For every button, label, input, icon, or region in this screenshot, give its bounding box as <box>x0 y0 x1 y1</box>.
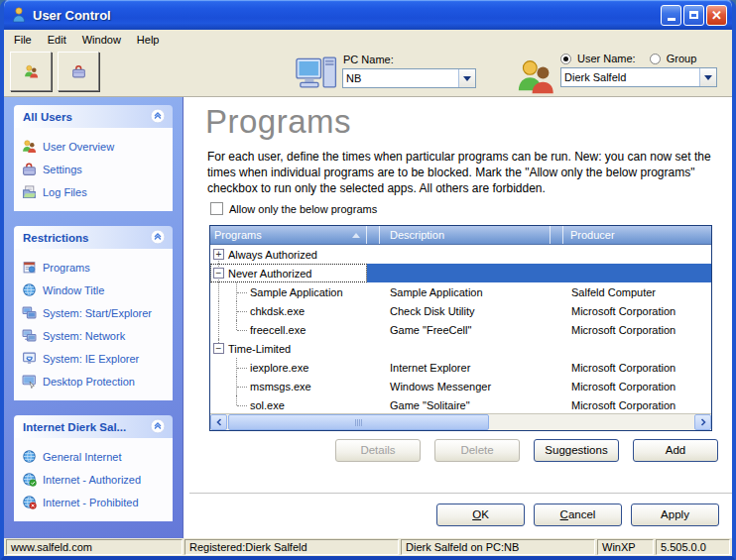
details-button[interactable]: Details <box>335 439 421 462</box>
menu-item-help[interactable]: Help <box>129 32 168 48</box>
sidebar-item-desktop-protection[interactable]: Desktop Protection <box>20 370 173 392</box>
scrollbar-track[interactable] <box>227 414 694 430</box>
table-row-sol-exe[interactable]: sol.exeGame "Solitaire"Microsoft Corpora… <box>210 395 711 413</box>
cell-producer <box>564 339 711 358</box>
page-title: Programs <box>205 103 351 141</box>
chevron-up-icon[interactable] <box>150 229 166 247</box>
globe-check-icon <box>22 472 37 487</box>
table-row-iexplore-exe[interactable]: iexplore.exeInternet ExplorerMicrosoft C… <box>210 358 711 377</box>
table-row-freecell-exe[interactable]: freecell.exeGame "FreeCell"Microsoft Cor… <box>210 320 711 339</box>
system-icon <box>22 305 37 320</box>
group-radio[interactable] <box>650 54 661 64</box>
maximize-button[interactable] <box>683 5 704 26</box>
sidebar-section-header-all-users[interactable]: All Users <box>14 105 173 128</box>
menu-item-window[interactable]: Window <box>74 32 129 48</box>
user-name-radio[interactable] <box>560 54 571 64</box>
section-title: Internet Dierk Sal... <box>23 421 126 433</box>
app-window: User Control ✕ FileEditWindowHelp <box>0 0 736 560</box>
settings-toolbar-button[interactable] <box>58 52 99 91</box>
sidebar-item-internet-prohibited[interactable]: Internet - Prohibited <box>20 491 173 513</box>
column-header-description[interactable]: Description <box>380 226 551 244</box>
sidebar-item-window-title[interactable]: Window Title <box>20 279 173 301</box>
apply-button[interactable]: Apply <box>631 504 719 526</box>
log-files-icon <box>22 184 37 199</box>
pc-name-select[interactable]: NB <box>342 68 476 88</box>
cell-spacer <box>367 320 380 339</box>
sidebar-section-body: ProgramsWindow TitleSystem: Start/Explor… <box>14 249 173 400</box>
sidebar-item-internet-authorized[interactable]: Internet - Authorized <box>20 468 173 491</box>
chevron-down-icon[interactable] <box>699 68 716 86</box>
sidebar-item-label: Programs <box>43 262 90 274</box>
status-cell-4: WinXP <box>597 539 654 555</box>
horizontal-scrollbar[interactable] <box>210 413 711 430</box>
cell-spacer <box>367 339 380 358</box>
scroll-left-icon[interactable] <box>210 414 227 430</box>
sidebar-item-user-overview[interactable]: User Overview <box>20 135 173 158</box>
table-row-always-authorized[interactable]: +Always Authorized <box>210 245 711 264</box>
sidebar-item-label: Internet - Prohibited <box>43 497 139 508</box>
close-button[interactable]: ✕ <box>706 5 727 26</box>
computer-icon <box>295 52 338 93</box>
users-icon <box>22 139 37 154</box>
menu-item-file[interactable]: File <box>6 32 40 48</box>
cancel-button[interactable]: Cancel <box>534 504 622 526</box>
table-row-sample-application[interactable]: Sample ApplicationSample ApplicationSalf… <box>210 282 711 301</box>
menu-item-edit[interactable]: Edit <box>40 32 74 48</box>
window-title: User Control <box>33 8 661 23</box>
cell-producer: Microsoft Corporation <box>564 395 711 413</box>
cell-program: sol.exe <box>210 395 367 413</box>
sidebar-section-header-internet-dierk-sal[interactable]: Internet Dierk Sal... <box>14 415 173 438</box>
sidebar-item-system-ie-explorer[interactable]: System: IE Explorer <box>20 347 173 370</box>
cell-spacer <box>367 245 380 264</box>
sidebar-section-header-restrictions[interactable]: Restrictions <box>14 226 173 249</box>
app-icon <box>10 6 28 24</box>
title-bar[interactable]: User Control ✕ <box>4 0 732 30</box>
chevron-up-icon[interactable] <box>150 108 166 126</box>
chevron-up-icon[interactable] <box>150 418 166 436</box>
column-header-programs[interactable]: Programs <box>210 226 367 244</box>
table-row-never-authorized[interactable]: −Never Authorized <box>210 264 711 282</box>
sidebar-item-label: General Internet <box>43 451 122 463</box>
sidebar-item-system-start-explorer[interactable]: System: Start/Explorer <box>20 301 173 324</box>
delete-button[interactable]: Delete <box>434 439 520 462</box>
programs-table: Programs Description Producer +Always Au… <box>209 225 712 431</box>
sidebar-item-label: Internet - Authorized <box>43 474 141 486</box>
sidebar-item-settings[interactable]: Settings <box>20 158 173 180</box>
sidebar-item-programs[interactable]: Programs <box>20 256 173 279</box>
globe-icon <box>22 449 37 464</box>
scroll-right-icon[interactable] <box>694 414 711 430</box>
program-name: Sample Application <box>210 286 343 298</box>
tree-line <box>236 320 248 339</box>
ok-button[interactable]: OK <box>436 504 525 526</box>
suggestions-button[interactable]: Suggestions <box>534 439 619 462</box>
sidebar-item-system-network[interactable]: System: Network <box>20 324 173 347</box>
users-toolbar-button[interactable] <box>10 52 52 91</box>
sidebar: All UsersUser OverviewSettingsLog FilesR… <box>4 97 184 538</box>
cell-producer: Microsoft Corporation <box>564 301 711 320</box>
table-row-time-limited[interactable]: −Time-Limited <box>210 339 711 358</box>
status-bar: www.salfeld.comRegistered:Dierk SalfeldD… <box>4 538 732 556</box>
sidebar-item-log-files[interactable]: Log Files <box>20 180 173 203</box>
status-cell-2: Registered:Dierk Salfeld <box>184 539 399 555</box>
group-label: Never Authorized <box>210 268 311 280</box>
scrollbar-thumb[interactable] <box>228 414 489 430</box>
table-row-msmsgs-exe[interactable]: msmsgs.exeWindows MessengerMicrosoft Cor… <box>210 377 711 395</box>
column-header-spacer <box>551 226 563 244</box>
sidebar-item-general-internet[interactable]: General Internet <box>20 445 173 468</box>
expand-icon[interactable]: + <box>213 249 224 260</box>
user-name-select[interactable]: Dierk Salfeld <box>560 67 717 87</box>
minimize-button[interactable] <box>661 5 681 26</box>
add-button[interactable]: Add <box>633 439 718 462</box>
allow-only-checkbox[interactable] <box>210 202 223 215</box>
sidebar-item-label: User Overview <box>43 141 114 153</box>
pc-name-value: NB <box>343 72 458 84</box>
ie-icon <box>22 351 37 366</box>
cell-program: +Always Authorized <box>210 245 367 264</box>
column-header-producer[interactable]: Producer <box>563 226 711 244</box>
status-cell-5: 5.505.0.0 <box>656 539 730 555</box>
table-row-chkdsk-exe[interactable]: chkdsk.exeCheck Disk UtilityMicrosoft Co… <box>210 301 711 320</box>
cell-spacer <box>367 282 380 301</box>
chevron-down-icon[interactable] <box>458 69 475 87</box>
collapse-icon[interactable]: − <box>213 343 224 354</box>
collapse-icon[interactable]: − <box>213 268 224 279</box>
